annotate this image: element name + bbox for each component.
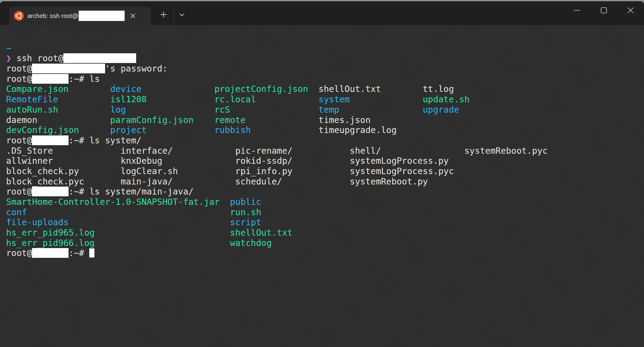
terminal-text-segment: main-java/ bbox=[121, 177, 173, 187]
terminal-text-segment: systemLogProcess.py bbox=[350, 156, 449, 166]
terminal-text-segment: autoRun.sh bbox=[6, 105, 58, 115]
terminal-viewport[interactable]: ~❯ ssh root@root@'s password:root@:~# ls… bbox=[0, 25, 644, 347]
terminal-text-segment: times.json bbox=[319, 115, 371, 125]
ubuntu-logo-icon bbox=[14, 11, 24, 21]
terminal-text-segment: upgrade bbox=[423, 105, 459, 115]
terminal-text-segment: allwinner bbox=[6, 156, 53, 166]
terminal-text-segment: :~# ls bbox=[69, 74, 100, 84]
terminal-text-segment: timeupgrade.log bbox=[319, 125, 397, 135]
terminal-text-segment: RemoteFile bbox=[6, 94, 58, 104]
terminal-text-segment: rc.local bbox=[214, 94, 256, 104]
terminal-line: daemon paramConfig.json remote times.jso… bbox=[6, 115, 644, 125]
terminal-line: devConfig.json project rubbish timeupgra… bbox=[6, 125, 644, 135]
terminal-text-segment: project bbox=[110, 125, 147, 135]
plus-icon bbox=[160, 11, 168, 19]
terminal-line: file-uploads script bbox=[6, 217, 644, 228]
terminal-text-segment: script bbox=[230, 217, 261, 227]
close-icon bbox=[627, 7, 634, 14]
terminal-text-segment: :~# ls system/main-java/ bbox=[69, 187, 193, 197]
terminal-line: root@:~# ls system/main-java/ bbox=[6, 187, 644, 197]
terminal-text-segment: root@ bbox=[6, 135, 32, 145]
terminal-text-segment: shell/ bbox=[350, 146, 381, 156]
terminal-line bbox=[6, 33, 644, 43]
terminal-text-segment: log bbox=[110, 105, 126, 115]
terminal-line: Compare.json device projectConfig.json s… bbox=[6, 84, 644, 94]
redaction-box bbox=[63, 53, 136, 63]
terminal-text-segment: SmartHome-Controller-1.0-SNAPSHOT-fat.ja… bbox=[6, 197, 220, 207]
terminal-text-segment: .DS_Store bbox=[6, 146, 53, 156]
terminal-line: autoRun.sh log rcS temp upgrade bbox=[6, 105, 644, 115]
terminal-text-segment: system bbox=[319, 94, 350, 104]
terminal-line: conf run.sh bbox=[6, 207, 644, 218]
terminal-text-segment: temp bbox=[319, 105, 339, 115]
tab-title: archeb: ssh root@ bbox=[27, 12, 78, 19]
terminal-text-segment: run.sh bbox=[230, 207, 261, 217]
terminal-text-segment: systemReboot.pyc bbox=[464, 146, 547, 156]
tab-ssh-session[interactable]: archeb: ssh root@ bbox=[9, 7, 151, 25]
minimize-button[interactable] bbox=[564, 1, 590, 19]
terminal-line: ❯ ssh root@ bbox=[6, 53, 644, 64]
terminal-line: block_check.pyc main-java/ schedule/ sys… bbox=[6, 177, 644, 187]
terminal-text-segment: systemReboot.py bbox=[350, 177, 428, 187]
terminal-line: SmartHome-Controller-1.0-SNAPSHOT-fat.ja… bbox=[6, 197, 644, 207]
terminal-text-segment: daemon bbox=[6, 115, 37, 125]
terminal-text-segment: shellOut.txt bbox=[319, 84, 381, 94]
tab-title-redaction-box bbox=[79, 11, 125, 21]
new-tab-button[interactable] bbox=[156, 7, 172, 23]
terminal-line: RemoteFile isl1208 rc.local system updat… bbox=[6, 94, 644, 105]
chevron-down-icon bbox=[178, 11, 186, 18]
terminal-text-segment: logClear.sh bbox=[121, 166, 178, 176]
terminal-text-segment: pic-rename/ bbox=[235, 146, 292, 156]
terminal-text-segment: watchdog bbox=[230, 238, 272, 248]
terminal-text-segment: ssh root@ bbox=[11, 53, 63, 63]
terminal-text-segment: isl1208 bbox=[110, 94, 147, 104]
terminal-text-segment: file-uploads bbox=[6, 217, 69, 227]
window-caption-controls bbox=[564, 1, 644, 19]
terminal-text-segment: schedule/ bbox=[235, 177, 282, 187]
terminal-text-segment: interface/ bbox=[121, 146, 173, 156]
terminal-line: root@:~# bbox=[6, 248, 644, 258]
maximize-icon bbox=[600, 7, 607, 14]
tab-dropdown-button[interactable] bbox=[174, 7, 190, 23]
terminal-text-segment: rcS bbox=[214, 105, 230, 115]
maximize-button[interactable] bbox=[590, 1, 617, 19]
close-button[interactable] bbox=[617, 1, 644, 19]
tab-close-icon[interactable] bbox=[128, 11, 138, 21]
terminal-text-segment: tt.log bbox=[423, 84, 454, 94]
terminal-text-segment: ❯ bbox=[6, 53, 11, 63]
terminal-text-segment: 's password: bbox=[105, 64, 168, 74]
terminal-text-segment: knxDebug bbox=[121, 156, 162, 166]
terminal-text-segment: Compare.json bbox=[6, 84, 69, 94]
terminal-text-segment: root@ bbox=[6, 74, 32, 84]
terminal-text-segment: device bbox=[110, 84, 142, 94]
terminal-line: allwinner knxDebug rokid-ssdp/ systemLog… bbox=[6, 156, 644, 166]
titlebar: archeb: ssh root@ bbox=[0, 1, 644, 25]
terminal-text-segment: rokid-ssdp/ bbox=[235, 156, 292, 166]
terminal-text-segment: block_check.py bbox=[6, 166, 79, 176]
terminal-line: hs_err_pid965.log shellOut.txt bbox=[6, 228, 644, 238]
terminal-text-segment: conf bbox=[6, 207, 27, 217]
terminal-text-segment: systemLogProcess.pyc bbox=[350, 166, 454, 176]
terminal-line: root@:~# ls bbox=[6, 74, 644, 84]
terminal-line: root@:~# ls system/ bbox=[6, 135, 644, 146]
redaction-box bbox=[32, 187, 69, 196]
terminal-text-segment: :~# bbox=[69, 248, 89, 258]
terminal-text-segment: hs_err_pid965.log bbox=[6, 228, 95, 238]
terminal-text-segment: projectConfig.json bbox=[214, 84, 308, 94]
terminal-text-segment: root@ bbox=[6, 248, 32, 258]
redaction-box bbox=[32, 74, 69, 84]
terminal-text-segment: public bbox=[230, 197, 261, 207]
terminal-text-segment: block_check.pyc bbox=[6, 177, 84, 187]
terminal-cursor bbox=[89, 248, 94, 258]
terminal-text-segment: rpi_info.py bbox=[235, 166, 292, 176]
terminal-text-segment: hs_err_pid966.log bbox=[6, 238, 95, 248]
terminal-text-segment: shellOut.txt bbox=[230, 228, 292, 238]
terminal-text-segment: update.sh bbox=[423, 94, 469, 104]
terminal-text-segment: :~# ls system/ bbox=[69, 135, 141, 145]
redaction-box bbox=[32, 64, 105, 73]
terminal-text-segment: root@ bbox=[6, 187, 32, 197]
terminal-line: hs_err_pid966.log watchdog bbox=[6, 238, 644, 248]
terminal-text-segment: ~ bbox=[6, 43, 11, 53]
minimize-icon bbox=[573, 7, 581, 14]
terminal-text-segment: root@ bbox=[6, 64, 32, 74]
